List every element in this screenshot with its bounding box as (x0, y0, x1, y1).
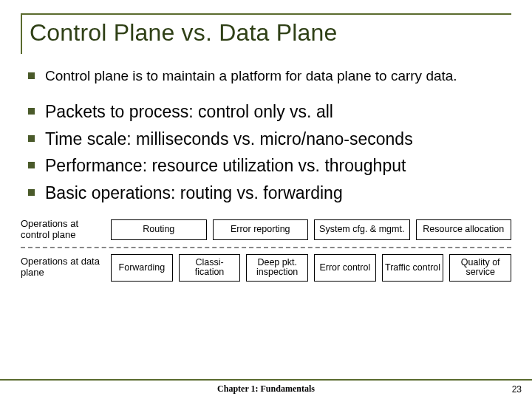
bullet-list: Control plane is to maintain a platform … (21, 67, 511, 204)
bullet-item: Packets to process: control only vs. all (28, 101, 511, 123)
op-box-traffic-control: Traffic control (382, 254, 444, 282)
op-box-forwarding: Forwarding (111, 254, 173, 282)
op-box-deep-pkt: Deep pkt. inspection (246, 254, 308, 282)
footer-page-number: 23 (512, 384, 522, 395)
bullet-icon (28, 189, 35, 196)
slide-title: Control Plane vs. Data Plane (30, 19, 511, 47)
bullet-text: Control plane is to maintain a platform … (45, 67, 457, 85)
bullet-text: Performance: resource utilization vs. th… (45, 155, 406, 177)
bullet-text: Basic operations: routing vs. forwarding (45, 183, 343, 204)
control-plane-label: Operations at control plane (21, 219, 103, 241)
op-box-classification: Classi- fication (179, 254, 241, 282)
bullet-icon (28, 72, 35, 79)
op-box-error-control: Error control (314, 254, 376, 282)
op-box-qos: Quality of service (449, 254, 511, 282)
op-box-resource-alloc: Resource allocation (416, 219, 512, 240)
footer-chapter: Chapter 1: Fundamentals (217, 383, 315, 395)
bullet-text: Packets to process: control only vs. all (45, 101, 333, 123)
bullet-item: Control plane is to maintain a platform … (28, 67, 511, 85)
op-box-system-cfg: System cfg. & mgmt. (314, 219, 410, 240)
slide-footer: Chapter 1: Fundamentals 23 (0, 379, 532, 395)
op-box-error-reporting: Error reporting (213, 219, 309, 240)
op-box-routing: Routing (111, 219, 207, 240)
data-plane-row: Operations at data plane Forwarding Clas… (21, 254, 511, 282)
bullet-item: Time scale: milliseconds vs. micro/nano-… (28, 129, 511, 150)
plane-divider (21, 247, 511, 248)
control-plane-row: Operations at control plane Routing Erro… (21, 219, 511, 241)
bullet-icon (28, 108, 35, 115)
operations-diagram: Operations at control plane Routing Erro… (21, 219, 511, 282)
bullet-icon (28, 162, 35, 168)
bullet-item: Performance: resource utilization vs. th… (28, 155, 511, 177)
bullet-icon (28, 135, 35, 142)
bullet-item: Basic operations: routing vs. forwarding (28, 183, 511, 204)
title-frame: Control Plane vs. Data Plane (21, 13, 511, 54)
bullet-text: Time scale: milliseconds vs. micro/nano-… (45, 129, 413, 150)
data-plane-label: Operations at data plane (21, 256, 103, 279)
